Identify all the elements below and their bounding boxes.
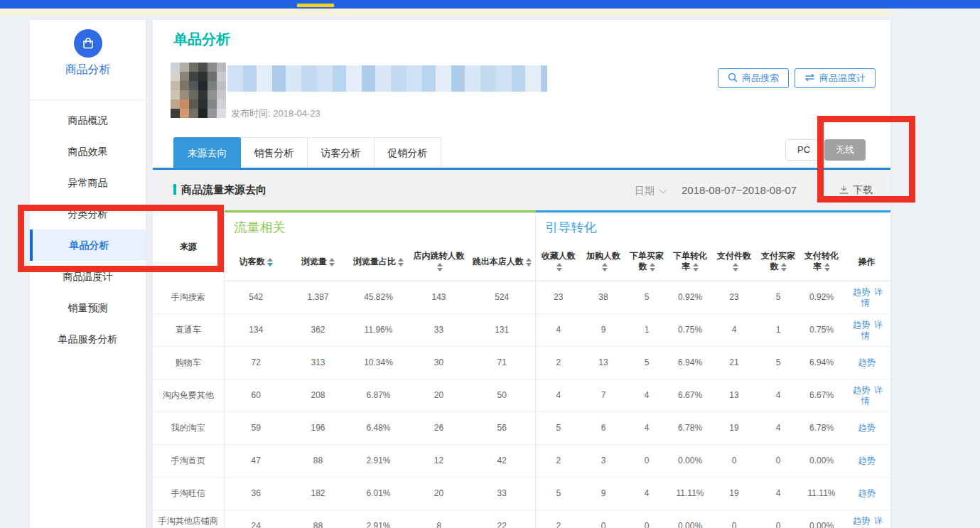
analysis-tabs: 来源去向 销售分析 访客分析 促销分析: [173, 137, 441, 168]
metric-cell: 1: [756, 314, 800, 347]
source-cell: 手淘其他店铺商品: [153, 510, 224, 528]
section-header-bar: 商品流量来源去向 日期 2018-08-07~2018-08-07 下载: [153, 170, 890, 210]
sidebar-item-single-product-service[interactable]: 单品服务分析: [30, 323, 146, 355]
sort-icon[interactable]: [526, 258, 532, 266]
trend-link[interactable]: 趋势: [853, 287, 870, 297]
metric-cell: 2.91%: [348, 510, 409, 528]
trend-link[interactable]: 趋势: [853, 385, 870, 395]
sort-icon[interactable]: [556, 263, 562, 271]
source-cell: 淘内免费其他: [153, 379, 224, 412]
sidebar-item-product-overview[interactable]: 商品概况: [30, 104, 146, 136]
column-header-cart-adds[interactable]: 加购人数: [581, 243, 625, 281]
sort-icon[interactable]: [329, 258, 335, 266]
metric-cell: 19: [712, 412, 756, 445]
product-search-button[interactable]: 商品搜索: [718, 68, 789, 88]
product-title-blurred: [227, 65, 547, 92]
metric-cell: 12: [409, 445, 469, 478]
metric-cell: 30: [409, 347, 469, 379]
metric-cell: 20: [409, 379, 469, 412]
metric-cell: 182: [288, 478, 348, 510]
table-row: 我的淘宝 59196 6.48%26 565 64 6.78%19 46.78%…: [153, 412, 890, 445]
sort-icon[interactable]: [733, 263, 738, 271]
column-header-favorites[interactable]: 收藏人数: [535, 243, 581, 281]
column-header-store-exits[interactable]: 跳出本店人数: [469, 243, 535, 281]
sort-icon[interactable]: [824, 263, 830, 271]
download-icon: [839, 185, 849, 196]
metric-cell: 2.91%: [348, 445, 409, 478]
date-range-value[interactable]: 2018-08-07~2018-08-07: [682, 184, 797, 196]
tab-visitor-analysis[interactable]: 访客分析: [307, 137, 375, 168]
product-thermometer-button[interactable]: 商品温度计: [795, 68, 876, 88]
tab-source-destination[interactable]: 来源去向: [173, 137, 241, 168]
column-header-order-conversion[interactable]: 下单转化率: [668, 243, 712, 281]
metric-cell: 72: [224, 347, 288, 379]
ops-cell: 趋势: [843, 412, 890, 445]
metric-cell: 524: [469, 281, 535, 314]
table-row: 手淘旺信 36182 6.01%20 335 94 11.11%19 411.1…: [153, 478, 890, 510]
metric-cell: 47: [224, 445, 288, 478]
metric-cell: 5: [756, 281, 800, 314]
column-header-paid-conversion[interactable]: 支付转化率: [800, 243, 843, 281]
ops-cell: 趋势: [843, 478, 890, 510]
trend-link[interactable]: 趋势: [858, 423, 876, 433]
column-header-pageview-share[interactable]: 浏览量占比: [348, 243, 409, 281]
sort-icon[interactable]: [781, 263, 787, 271]
trend-link[interactable]: 趋势: [858, 456, 876, 465]
source-cell: 购物车: [153, 347, 224, 379]
metric-cell: 9: [581, 314, 625, 347]
metric-cell: 50: [469, 379, 535, 412]
column-header-pageviews[interactable]: 浏览量: [288, 243, 348, 281]
sidebar-item-single-product-analysis[interactable]: 单品分析: [30, 230, 146, 261]
table-row: 手淘首页 4788 2.91%12 422 30 0.00%0 00.00% 趋…: [153, 445, 890, 478]
metric-cell: 60: [224, 379, 288, 412]
metric-cell: 208: [288, 379, 348, 412]
sidebar-item-product-thermometer[interactable]: 商品温度计: [30, 261, 146, 292]
toggle-pc[interactable]: PC: [785, 139, 822, 161]
date-dropdown[interactable]: 日期: [635, 185, 664, 198]
metric-cell: 0.00%: [800, 510, 843, 528]
sort-icon[interactable]: [693, 263, 699, 271]
sidebar-item-product-effect[interactable]: 商品效果: [30, 136, 146, 167]
conversion-group-header: 引导转化: [535, 212, 890, 243]
metric-cell: 0.92%: [668, 281, 712, 314]
column-header-instore-jumps[interactable]: 店内跳转人数: [409, 243, 469, 281]
metric-cell: 5: [625, 281, 668, 314]
section-title: 商品流量来源去向: [173, 183, 266, 197]
metric-cell: 6.94%: [668, 347, 712, 379]
tab-promotion-analysis[interactable]: 促销分析: [374, 137, 441, 168]
metric-cell: 56: [469, 412, 535, 445]
metric-cell: 9: [581, 478, 625, 510]
tab-sales-analysis[interactable]: 销售分析: [240, 137, 308, 168]
release-time: 发布时间: 2018-04-23: [231, 107, 321, 120]
download-button[interactable]: 下载: [839, 184, 873, 197]
column-header-paid-items[interactable]: 支付件数: [712, 243, 756, 281]
metric-cell: 1: [625, 314, 668, 347]
metric-cell: 2: [535, 510, 581, 528]
sort-icon[interactable]: [267, 258, 273, 266]
sidebar-item-category-analysis[interactable]: 分类分析: [30, 198, 146, 230]
toggle-wireless[interactable]: 无线: [824, 139, 866, 161]
metric-cell: 362: [288, 314, 348, 347]
product-image-blurred: [171, 63, 226, 118]
sort-icon[interactable]: [398, 258, 404, 266]
trend-link[interactable]: 趋势: [858, 488, 876, 498]
column-header-visitors[interactable]: 访客数: [224, 243, 288, 281]
trend-link[interactable]: 趋势: [853, 320, 870, 330]
column-header-order-buyers[interactable]: 下单买家数: [625, 243, 668, 281]
metric-cell: 33: [409, 314, 469, 347]
sidebar-item-sales-forecast[interactable]: 销量预测: [30, 292, 146, 323]
ops-cell: 趋势详情: [843, 281, 890, 314]
trend-link[interactable]: 趋势: [853, 516, 870, 526]
sidebar-item-abnormal-products[interactable]: 异常商品: [30, 167, 146, 198]
metric-cell: 6.48%: [348, 412, 409, 445]
ops-cell: 趋势详情: [843, 379, 890, 412]
sort-icon[interactable]: [437, 263, 443, 271]
sort-icon[interactable]: [602, 263, 608, 271]
trend-link[interactable]: 趋势: [858, 357, 876, 367]
metric-cell: 0: [712, 445, 756, 478]
sort-icon[interactable]: [650, 263, 655, 271]
metric-cell: 0: [756, 510, 800, 528]
metric-cell: 4: [535, 379, 581, 412]
column-header-paid-buyers[interactable]: 支付买家数: [756, 243, 800, 281]
metric-cell: 11.96%: [348, 314, 409, 347]
